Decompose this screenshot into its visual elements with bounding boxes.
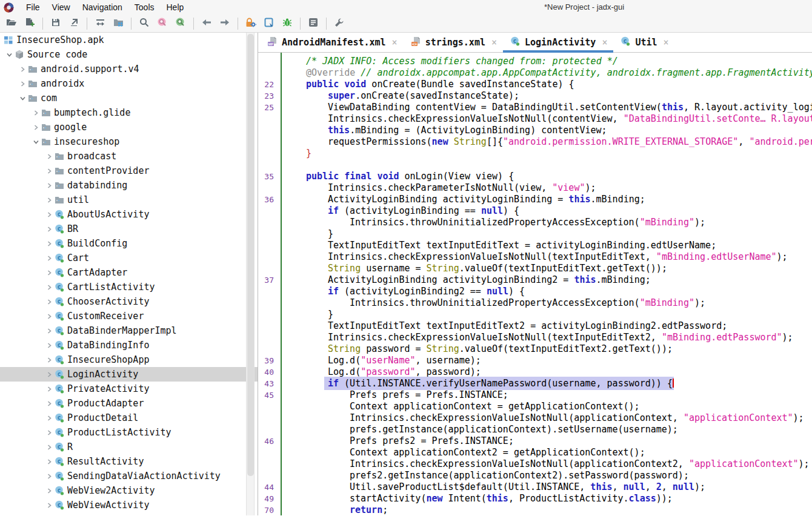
chevron-right-icon[interactable]	[30, 125, 41, 130]
chevron-right-icon[interactable]	[44, 285, 55, 290]
tree-item-com[interactable]: com	[0, 91, 258, 105]
tree-scrollbar[interactable]	[246, 33, 255, 515]
tree-item-kotlin[interactable]: kotlin	[0, 512, 258, 515]
flat-packages-button[interactable]	[110, 16, 126, 31]
text-search-button[interactable]	[155, 16, 170, 31]
forward-button[interactable]	[217, 16, 233, 31]
tree-item-insecureshop-apk[interactable]: InsecureShop.apk	[0, 33, 258, 47]
chevron-right-icon[interactable]	[44, 183, 55, 188]
sync-button[interactable]	[92, 16, 108, 31]
chevron-right-icon[interactable]	[30, 110, 41, 116]
chevron-right-icon[interactable]	[44, 459, 55, 465]
chevron-right-icon[interactable]	[44, 314, 55, 319]
tree-item-customreceiver[interactable]: cCustomReceiver	[0, 309, 258, 323]
chevron-right-icon[interactable]	[44, 401, 55, 406]
tree-item-insecureshopapp[interactable]: cInsecureShopApp	[0, 352, 258, 367]
tree-item-chooseractivity[interactable]: cChooserActivity	[0, 294, 258, 309]
chevron-right-icon[interactable]	[44, 227, 55, 232]
tree-item-android-support-v4[interactable]: android.support.v4	[0, 62, 258, 76]
menu-help[interactable]: Help	[161, 1, 190, 13]
tree-item-br[interactable]: cBR	[0, 222, 258, 236]
tree-item-broadcast[interactable]: broadcast	[0, 149, 258, 164]
chevron-right-icon[interactable]	[44, 241, 55, 246]
tree-item-databindermapperimpl[interactable]: cDataBinderMapperImpl	[0, 323, 258, 338]
tab-androidmanifest-xml[interactable]: MFAndroidManifest.xml×	[260, 33, 404, 52]
export-button[interactable]	[66, 16, 82, 31]
tree-item-contentprovider[interactable]: contentProvider	[0, 164, 258, 178]
chevron-right-icon[interactable]	[44, 386, 55, 392]
chevron-right-icon[interactable]	[44, 197, 55, 203]
tree-item-source-code[interactable]: Source code	[0, 47, 258, 62]
tree-item-webviewactivity[interactable]: cWebViewActivity	[0, 498, 258, 512]
menu-navigation[interactable]: Navigation	[76, 1, 128, 13]
tree-item-productlistactivity[interactable]: cProductListActivity	[0, 425, 258, 440]
tree-item-r[interactable]: cR	[0, 440, 258, 454]
chevron-right-icon[interactable]	[44, 415, 55, 421]
chevron-right-icon[interactable]	[44, 503, 55, 508]
tab-util[interactable]: cUtil×	[613, 33, 674, 52]
tab-close-icon[interactable]: ×	[392, 37, 398, 48]
tab-strings-xml[interactable]: <>strings.xml×	[404, 33, 503, 52]
chevron-right-icon[interactable]	[44, 154, 55, 159]
chevron-right-icon[interactable]	[44, 168, 55, 174]
tree-item-loginactivity[interactable]: cLoginActivity	[0, 367, 258, 382]
tree-item-cartlistactivity[interactable]: cCartListActivity	[0, 280, 258, 294]
tree-scrollbar-thumb[interactable]	[247, 34, 254, 476]
chevron-right-icon[interactable]	[44, 445, 55, 450]
chevron-down-icon[interactable]	[4, 52, 15, 58]
chevron-right-icon[interactable]	[44, 256, 55, 261]
chevron-right-icon[interactable]	[44, 357, 55, 363]
back-button[interactable]	[199, 16, 215, 31]
tab-close-icon[interactable]: ×	[602, 37, 607, 48]
tree-item-sendingdataviaactionactivity[interactable]: cSendingDataViaActionActivity	[0, 469, 258, 483]
deobfuscation-button[interactable]	[243, 16, 259, 31]
tree-item-cartadapter[interactable]: cCartAdapter	[0, 265, 258, 280]
folder-icon	[55, 151, 67, 161]
open-file-button[interactable]	[4, 16, 19, 31]
tab-close-icon[interactable]: ×	[664, 37, 669, 48]
tree-item-productadapter[interactable]: cProductAdapter	[0, 396, 258, 411]
chevron-right-icon[interactable]	[44, 270, 55, 276]
chevron-right-icon[interactable]	[44, 299, 55, 305]
chevron-right-icon[interactable]	[44, 212, 55, 217]
log-button[interactable]	[305, 16, 321, 31]
tree-item-google[interactable]: google	[0, 120, 258, 134]
add-files-button[interactable]	[22, 16, 38, 31]
chevron-right-icon[interactable]	[17, 81, 28, 87]
chevron-right-icon[interactable]	[44, 343, 55, 348]
menu-file[interactable]: File	[20, 1, 46, 13]
debug-button[interactable]	[279, 16, 295, 31]
tree-item-util[interactable]: util	[0, 193, 258, 207]
chevron-right-icon[interactable]	[44, 430, 55, 435]
tree-item-androidx[interactable]: androidx	[0, 76, 258, 91]
search-button[interactable]	[136, 16, 152, 31]
chevron-down-icon[interactable]	[17, 96, 28, 101]
tab-close-icon[interactable]: ×	[491, 37, 497, 48]
chevron-right-icon[interactable]	[44, 372, 55, 377]
line-number: 22	[258, 79, 274, 90]
quark-button[interactable]	[261, 16, 277, 31]
tree-item-databinding[interactable]: databinding	[0, 178, 258, 193]
chevron-right-icon[interactable]	[44, 488, 55, 494]
tree-item-privateactivity[interactable]: cPrivateActivity	[0, 382, 258, 396]
class-search-button[interactable]	[173, 16, 188, 31]
tree-item-buildconfig[interactable]: cBuildConfig	[0, 236, 258, 251]
menu-view[interactable]: View	[46, 1, 76, 13]
chevron-down-icon[interactable]	[30, 139, 41, 145]
chevron-right-icon[interactable]	[44, 328, 55, 334]
tree-item-insecureshop[interactable]: insecureshop	[0, 134, 258, 149]
tree-item-productdetail[interactable]: cProductDetail	[0, 411, 258, 425]
chevron-right-icon[interactable]	[44, 474, 55, 479]
tree-item-webview2activity[interactable]: cWebView2Activity	[0, 483, 258, 498]
preferences-button[interactable]	[331, 16, 347, 31]
tree-item-bumptech-glide[interactable]: bumptech.glide	[0, 105, 258, 120]
tree-item-cart[interactable]: cCart	[0, 251, 258, 265]
tree-item-aboutusactivity[interactable]: cAboutUsActivity	[0, 207, 258, 222]
menu-tools[interactable]: Tools	[128, 1, 161, 13]
tree-item-resultactivity[interactable]: cResultActivity	[0, 454, 258, 469]
chevron-right-icon[interactable]	[17, 67, 28, 72]
code-editor[interactable]: /* JADX INFO: Access modifiers changed f…	[258, 53, 812, 515]
tab-loginactivity[interactable]: cLoginActivity×	[503, 33, 613, 52]
tree-item-databindinginfo[interactable]: cDataBindingInfo	[0, 338, 258, 352]
save-all-button[interactable]	[48, 16, 64, 31]
